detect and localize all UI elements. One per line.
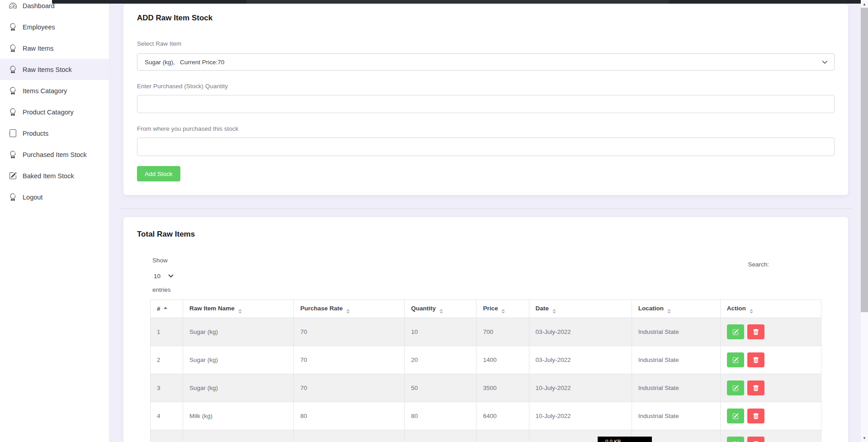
quantity-label: Enter Purchased (Stock) Quantity <box>137 82 835 90</box>
table-header-row: # Raw Item Name Purchase Rate Quantity P… <box>151 300 821 318</box>
column-header-num[interactable]: # <box>151 300 183 318</box>
section-divider <box>120 209 852 209</box>
cell-rate: 80 <box>294 402 405 430</box>
pencil-square-icon <box>9 172 17 180</box>
cell-rate: 70 <box>294 374 405 402</box>
cell-location: Industrial State <box>632 402 720 430</box>
delete-button[interactable] <box>747 380 764 395</box>
page-length-control: Show 10 entries <box>152 257 821 294</box>
main-content: ADD Raw Item Stock Select Raw Item Sugar… <box>109 0 861 442</box>
raw-item-select[interactable]: Sugar (kg), Current Price:70 <box>137 53 835 71</box>
award-icon <box>9 87 17 95</box>
sidebar-item-items-catagory[interactable]: Items Catagory <box>0 80 109 101</box>
cell-name: Milk (kg) <box>183 402 294 430</box>
sort-asc-icon <box>164 307 167 309</box>
add-raw-item-stock-card: ADD Raw Item Stock Select Raw Item Sugar… <box>123 5 848 195</box>
cell-rate <box>294 430 405 442</box>
sort-icon <box>346 309 350 314</box>
sidebar-item-products[interactable]: Products <box>0 123 109 144</box>
add-stock-button[interactable]: Add Stock <box>137 166 180 181</box>
sort-icon <box>750 309 753 314</box>
award-icon <box>9 23 17 31</box>
page-length-value: 10 <box>154 273 160 280</box>
delete-button[interactable] <box>747 324 764 339</box>
award-icon <box>9 108 17 116</box>
purchase-source-input[interactable] <box>137 138 835 156</box>
search-label: Search: <box>748 261 769 268</box>
page-length-select[interactable]: 10 <box>154 270 821 282</box>
cell-name: Sugar (kg) <box>183 374 294 402</box>
cell-price <box>476 430 529 442</box>
cell-price: 1400 <box>476 346 529 374</box>
column-header-location[interactable]: Location <box>632 300 720 318</box>
trash-icon <box>753 413 759 419</box>
cell-rate: 70 <box>294 318 405 346</box>
pencil-square-icon <box>732 329 739 335</box>
delete-button[interactable] <box>747 437 764 442</box>
sidebar-item-label: Dashboard <box>23 2 55 10</box>
table-search-control: Search: <box>748 258 821 271</box>
table-row: 1 Sugar (kg) 70 10 700 03-July-2022 Indu… <box>151 318 821 346</box>
cell-num: 2 <box>151 346 183 374</box>
sidebar-item-logout[interactable]: Logout <box>0 186 109 208</box>
column-header-raw-item-name[interactable]: Raw Item Name <box>183 300 294 318</box>
cell-location: Industrial State <box>632 318 720 346</box>
sidebar-item-label: Baked Item Stock <box>23 172 74 180</box>
sidebar-item-label: Products <box>23 130 48 137</box>
cell-date: 10-July-2022 <box>529 374 632 402</box>
raw-items-table: # Raw Item Name Purchase Rate Quantity P… <box>150 299 821 442</box>
purchase-source-label: From where you purchased this stock <box>137 125 835 133</box>
table-title: Total Raw Items <box>137 229 835 240</box>
sidebar-item-label: Product Catagory <box>23 109 74 116</box>
cell-qty: 10 <box>405 318 476 346</box>
cell-name: Sugar (kg) <box>183 318 294 346</box>
scroll-down-arrow-icon[interactable]: ▼ <box>861 434 868 442</box>
cell-location: Industrial State <box>632 346 720 374</box>
cell-num <box>151 430 183 442</box>
sidebar-item-baked-item-stock[interactable]: Baked Item Stock <box>0 165 109 186</box>
cell-qty: 20 <box>405 346 476 374</box>
page-title: ADD Raw Item Stock <box>137 13 835 24</box>
edit-button[interactable] <box>727 380 744 395</box>
trash-icon <box>753 385 759 391</box>
quantity-input[interactable] <box>137 95 835 113</box>
column-header-price[interactable]: Price <box>476 300 529 318</box>
total-raw-items-card: Total Raw Items Show 10 entries Search: <box>123 217 848 442</box>
table-row: 2 Sugar (kg) 70 20 1400 03-July-2022 Ind… <box>151 346 821 374</box>
column-header-action[interactable]: Action <box>720 300 821 318</box>
sidebar-item-product-catagory[interactable]: Product Catagory <box>0 101 109 123</box>
sort-icon <box>501 309 505 314</box>
table-row: 4 Milk (kg) 80 80 6400 10-July-2022 Indu… <box>151 402 821 430</box>
cell-num: 4 <box>151 402 183 430</box>
pencil-square-icon <box>732 357 739 363</box>
edit-button[interactable] <box>727 409 744 423</box>
trash-icon <box>753 329 759 335</box>
top-dark-bar <box>52 0 861 4</box>
datatable-wrapper: Show 10 entries Search: # <box>123 257 848 442</box>
cell-date: 10-July-2022 <box>529 402 632 430</box>
sidebar-item-purchased-item-stock[interactable]: Purchased Item Stock <box>0 144 109 165</box>
sidebar-item-raw-items-stock[interactable]: Raw Items Stock <box>0 59 109 80</box>
edit-button[interactable] <box>727 324 744 339</box>
sort-icon <box>439 309 443 314</box>
delete-button[interactable] <box>747 409 764 423</box>
vertical-scrollbar: ▲ ▼ <box>861 0 868 442</box>
search-input[interactable] <box>771 258 821 271</box>
cell-action <box>720 374 821 402</box>
scroll-up-arrow-icon[interactable]: ▲ <box>861 0 868 8</box>
delete-button[interactable] <box>747 352 764 367</box>
sidebar-item-employees[interactable]: Employees <box>0 16 109 38</box>
edit-button[interactable] <box>727 352 744 367</box>
column-header-purchase-rate[interactable]: Purchase Rate <box>294 300 405 318</box>
sidebar-item-label: Items Catagory <box>23 87 67 95</box>
column-header-quantity[interactable]: Quantity <box>405 300 476 318</box>
column-header-date[interactable]: Date <box>529 300 632 318</box>
pencil-square-icon <box>732 413 739 419</box>
show-label: Show <box>152 257 821 265</box>
sidebar-item-raw-items[interactable]: Raw Items <box>0 38 109 59</box>
cell-num: 3 <box>151 374 183 402</box>
edit-button[interactable] <box>727 437 744 442</box>
scrollbar-thumb[interactable] <box>861 8 868 312</box>
cell-rate: 70 <box>294 346 405 374</box>
network-speed-overlay: ↓ 0.0 KB <box>598 437 652 442</box>
